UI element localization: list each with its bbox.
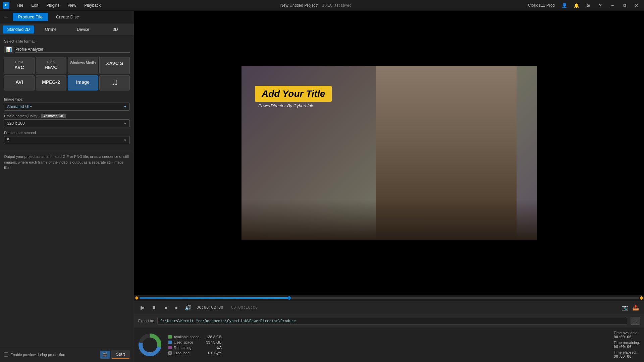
- legend-used-dot: [168, 341, 172, 344]
- legend-produced: Produced 0.0 Byte: [168, 351, 222, 355]
- help-icon[interactable]: ?: [596, 2, 605, 9]
- menu-file[interactable]: File: [13, 2, 26, 9]
- legend-available-dot: [168, 335, 172, 339]
- legend-used-label: Used space: [174, 340, 193, 344]
- profile-analyzer-row: 📊 Profile Analyzer: [4, 46, 130, 53]
- menu-edit[interactable]: Edit: [28, 2, 42, 9]
- left-panel: ← Produce File Create Disc Standard 2D O…: [0, 11, 134, 362]
- codec-audio[interactable]: ♩♩: [99, 75, 130, 90]
- codec-hevc-label: HEVC: [38, 64, 65, 70]
- video-main-title: Add Your Title: [262, 88, 325, 99]
- legend-remaining-label: Remaining: [174, 346, 192, 350]
- codec-windows-media[interactable]: Windows Media: [68, 57, 98, 74]
- progress-thumb[interactable]: [287, 296, 291, 300]
- snapshot-button[interactable]: 📷: [621, 303, 629, 312]
- codec-image[interactable]: Image: [68, 75, 98, 90]
- title-overlay: Add Your Title PowerDirector By CyberLin…: [255, 86, 332, 108]
- image-type-label: Image type:: [4, 97, 130, 101]
- account-icon[interactable]: 👤: [559, 2, 569, 9]
- tab-3d[interactable]: 3D: [100, 25, 131, 34]
- preview-checkbox[interactable]: Enable preview during production: [4, 352, 65, 357]
- prev-frame-button[interactable]: ◂: [161, 303, 170, 312]
- codec-xavc-s[interactable]: XAVC S: [99, 57, 130, 74]
- codec-hevc-top: H.265: [38, 60, 65, 64]
- storage-legend: Available space 138.8 GB Used space 337.…: [168, 335, 222, 355]
- notification-icon[interactable]: 🔔: [572, 2, 581, 9]
- volume-button[interactable]: 🔊: [184, 303, 193, 312]
- export-more-button[interactable]: ...: [631, 317, 640, 325]
- format-tabs: Standard 2D Online Device 3D: [0, 23, 134, 36]
- project-name: New Untitled Project*: [280, 3, 318, 8]
- play-button[interactable]: ▶: [138, 303, 147, 312]
- settings-section: Image type: Animated GIF ▼ Profile name/…: [0, 94, 134, 151]
- preview-checkbox-box[interactable]: [4, 352, 8, 357]
- back-button[interactable]: ←: [3, 14, 9, 20]
- progress-track[interactable]: [140, 297, 639, 299]
- menu-view[interactable]: View: [64, 2, 79, 9]
- subtitle-area: PowerDirector By CyberLink: [257, 103, 332, 108]
- storage-row: Available space 138.8 GB Used space 337.…: [134, 327, 644, 362]
- codec-wm-label: Windows Media: [69, 60, 97, 65]
- produce-file-tab[interactable]: Produce File: [13, 13, 48, 21]
- right-panel: Add Your Title PowerDirector By CyberLin…: [134, 11, 644, 362]
- codec-image-label: Image: [69, 79, 97, 85]
- time-available-value: 00:00:00: [614, 335, 632, 339]
- profile-analyzer-text[interactable]: Profile Analyzer: [15, 47, 130, 53]
- menu-plugins[interactable]: Plugins: [43, 2, 63, 9]
- user-label: Cloud111 Prod: [528, 3, 555, 8]
- start-button-group: 🎬 Start: [100, 350, 130, 359]
- playback-bar: ▶ ■ ◂ ▸ 🔊 00:00:02:00 00:00:10:00 📷 📤: [134, 295, 644, 314]
- export-path[interactable]: C:\Users\Kermit_Yen\Documents\CyberLink\…: [157, 317, 627, 325]
- export-label: Export to:: [138, 319, 154, 323]
- legend-produced-dot: [168, 351, 172, 355]
- spacer: [0, 173, 134, 347]
- video-content: Add Your Title PowerDirector By CyberLin…: [241, 66, 537, 240]
- codec-xavcs-label: XAVC S: [101, 60, 128, 66]
- title-bar-right: Cloud111 Prod 👤 🔔 ⚙ ? − ⧉ ✕: [528, 2, 641, 9]
- fps-select[interactable]: 5 ▼: [4, 136, 130, 144]
- create-disc-tab[interactable]: Create Disc: [51, 13, 84, 21]
- codec-avc[interactable]: H.264 AVC: [4, 57, 35, 74]
- time-elapsed-item: Time elapsed: 00:00:00: [614, 350, 640, 359]
- format-section-label: Select a file format:: [4, 39, 130, 43]
- settings-icon[interactable]: ⚙: [584, 2, 593, 9]
- controls-row: ▶ ■ ◂ ▸ 🔊 00:00:02:00 00:00:10:00 📷 📤: [134, 301, 644, 314]
- format-section: Select a file format: 📊 Profile Analyzer…: [0, 36, 134, 94]
- fps-value: 5: [7, 138, 123, 142]
- time-remaining-label: Time remaining:: [614, 341, 640, 345]
- profile-select[interactable]: 320 x 180 ▼: [4, 119, 130, 127]
- export-frame-button[interactable]: 📤: [631, 303, 640, 312]
- minimize-btn[interactable]: −: [608, 2, 617, 9]
- profile-value: 320 x 180: [7, 121, 123, 126]
- codec-mpeg2[interactable]: MPEG-2: [36, 75, 66, 90]
- tab-online[interactable]: Online: [35, 25, 66, 34]
- time-elapsed-value: 00:00:00: [614, 354, 632, 359]
- time-remaining-value: 00:00:00: [614, 345, 632, 349]
- title-bar-left: P File Edit Plugins View Playback: [3, 2, 104, 9]
- profile-label: Profile name/Quality: Animated GIF: [4, 114, 130, 118]
- menu-playback[interactable]: Playback: [81, 2, 104, 9]
- ctrl-right: 📷 📤: [621, 303, 640, 312]
- codec-audio-label: ♩♩: [101, 79, 128, 87]
- title-center: New Untitled Project* 10:16 last saved: [280, 3, 352, 8]
- stop-button[interactable]: ■: [150, 303, 158, 312]
- close-btn[interactable]: ✕: [632, 2, 641, 9]
- tab-device[interactable]: Device: [67, 25, 99, 34]
- codec-hevc[interactable]: H.265 HEVC: [36, 57, 66, 74]
- codec-avi[interactable]: AVI: [4, 75, 35, 90]
- next-frame-button[interactable]: ▸: [172, 303, 181, 312]
- time-separator: [226, 305, 227, 310]
- image-type-arrow: ▼: [123, 105, 127, 109]
- profile-tooltip: Animated GIF: [41, 114, 66, 118]
- main-layout: ← Produce File Create Disc Standard 2D O…: [0, 11, 644, 362]
- title-bar: P File Edit Plugins View Playback New Un…: [0, 0, 644, 11]
- legend-available-label: Available space: [174, 335, 200, 339]
- restore-btn[interactable]: ⧉: [620, 2, 629, 9]
- image-type-select[interactable]: Animated GIF ▼: [4, 103, 130, 111]
- legend-remaining-dot: [168, 346, 172, 349]
- start-icon[interactable]: 🎬: [100, 351, 110, 359]
- progress-marker-left: [135, 296, 139, 300]
- tab-standard-2d[interactable]: Standard 2D: [3, 25, 34, 34]
- start-button[interactable]: Start: [111, 350, 130, 359]
- legend-remaining-value: N/A: [202, 346, 222, 350]
